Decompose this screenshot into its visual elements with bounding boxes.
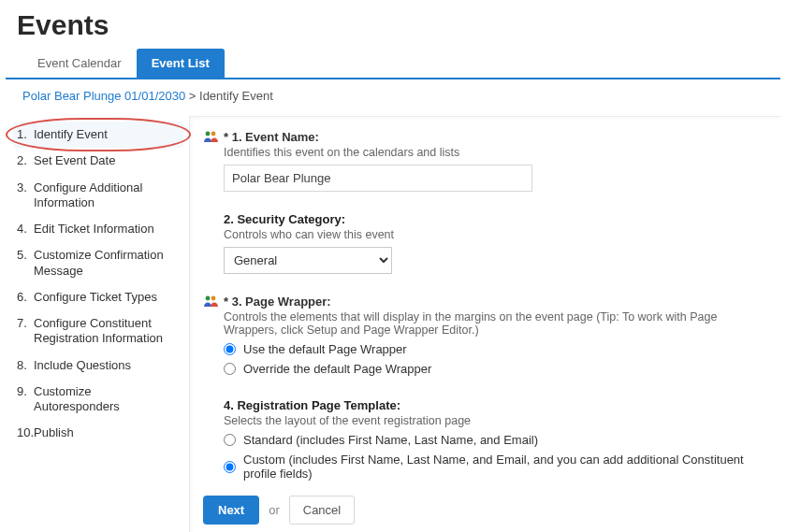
sidebar-item-label: Publish bbox=[34, 425, 180, 440]
security-category-select[interactable]: General bbox=[224, 247, 392, 274]
sidebar-item-label: Configure Ticket Types bbox=[34, 290, 180, 305]
security-category-label: 2. Security Category: bbox=[224, 212, 767, 226]
breadcrumb-current: Identify Event bbox=[199, 89, 273, 103]
event-name-input[interactable] bbox=[224, 165, 532, 192]
sidebar-item-publish[interactable]: 10. Publish bbox=[13, 420, 183, 446]
main-panel: * 1. Event Name: Identifies this event o… bbox=[189, 116, 780, 532]
sidebar-item-edit-ticket-info[interactable]: 4. Edit Ticket Information bbox=[13, 216, 183, 242]
svg-point-0 bbox=[206, 132, 211, 137]
sidebar-item-num: 2. bbox=[17, 153, 34, 168]
breadcrumb: Polar Bear Plunge 01/01/2030 > Identify … bbox=[6, 79, 780, 116]
sidebar-item-configure-additional-info[interactable]: 3. Configure Additional Information bbox=[13, 175, 183, 217]
sidebar-item-label: Set Event Date bbox=[34, 153, 180, 168]
sidebar: 1. Identify Event 2. Set Event Date 3. C… bbox=[6, 116, 189, 532]
wrapper-default-radio[interactable] bbox=[224, 343, 236, 355]
tab-event-list[interactable]: Event List bbox=[137, 49, 225, 78]
template-standard-radio[interactable] bbox=[224, 434, 236, 446]
or-text: or bbox=[269, 503, 280, 517]
sidebar-item-customize-confirmation[interactable]: 5. Customize Confirmation Message bbox=[13, 242, 183, 284]
sidebar-item-num: 6. bbox=[17, 290, 34, 305]
sidebar-item-customize-autoresponders[interactable]: 9. Customize Autoresponders bbox=[13, 379, 183, 421]
people-icon bbox=[203, 130, 220, 144]
sidebar-item-num: 5. bbox=[17, 248, 34, 279]
sidebar-item-configure-constituent-registration[interactable]: 7. Configure Constituent Registration In… bbox=[13, 310, 183, 352]
wrapper-override-radio[interactable] bbox=[224, 363, 236, 375]
event-name-help: Identifies this event on the calendars a… bbox=[224, 146, 767, 159]
sidebar-item-label: Include Questions bbox=[34, 358, 180, 373]
tabs: Event Calendar Event List bbox=[6, 49, 780, 79]
sidebar-item-identify-event[interactable]: 1. Identify Event bbox=[13, 122, 183, 148]
event-name-label: * 1. Event Name: bbox=[224, 130, 767, 144]
svg-point-3 bbox=[211, 296, 216, 301]
sidebar-item-label: Configure Constituent Registration Infor… bbox=[34, 316, 180, 347]
security-category-help: Controls who can view this event bbox=[224, 228, 767, 241]
breadcrumb-link[interactable]: Polar Bear Plunge 01/01/2030 bbox=[22, 89, 185, 103]
sidebar-item-label: Configure Additional Information bbox=[34, 180, 180, 211]
breadcrumb-sep: > bbox=[185, 89, 199, 103]
sidebar-item-label: Customize Autoresponders bbox=[34, 384, 180, 415]
sidebar-item-num: 7. bbox=[17, 316, 34, 347]
cancel-button[interactable]: Cancel bbox=[289, 496, 355, 525]
sidebar-item-label: Identify Event bbox=[34, 127, 180, 142]
registration-template-help: Selects the layout of the event registra… bbox=[224, 414, 767, 427]
people-icon bbox=[203, 295, 220, 309]
template-custom-label: Custom (includes First Name, Last Name, … bbox=[243, 453, 767, 481]
tab-event-calendar[interactable]: Event Calendar bbox=[22, 49, 137, 78]
template-standard-label: Standard (includes First Name, Last Name… bbox=[243, 433, 538, 447]
sidebar-item-num: 4. bbox=[17, 222, 34, 237]
page-title: Events bbox=[6, 0, 780, 49]
page-wrapper-label: * 3. Page Wrapper: bbox=[224, 295, 767, 309]
wrapper-override-label: Override the default Page Wrapper bbox=[243, 362, 431, 376]
sidebar-item-num: 10. bbox=[17, 425, 34, 440]
sidebar-item-configure-ticket-types[interactable]: 6. Configure Ticket Types bbox=[13, 284, 183, 310]
registration-template-label: 4. Registration Page Template: bbox=[224, 398, 767, 412]
sidebar-item-set-event-date[interactable]: 2. Set Event Date bbox=[13, 148, 183, 174]
next-button[interactable]: Next bbox=[203, 496, 259, 525]
sidebar-item-label: Edit Ticket Information bbox=[34, 222, 180, 237]
svg-point-2 bbox=[206, 296, 211, 301]
wrapper-default-label: Use the default Page Wrapper bbox=[243, 342, 407, 356]
sidebar-item-num: 8. bbox=[17, 358, 34, 373]
sidebar-item-num: 1. bbox=[17, 127, 34, 142]
sidebar-item-num: 9. bbox=[17, 384, 34, 415]
sidebar-item-num: 3. bbox=[17, 180, 34, 211]
svg-point-1 bbox=[211, 132, 216, 137]
sidebar-item-include-questions[interactable]: 8. Include Questions bbox=[13, 352, 183, 379]
sidebar-item-label: Customize Confirmation Message bbox=[34, 248, 180, 279]
template-custom-radio[interactable] bbox=[224, 461, 236, 473]
page-wrapper-help: Controls the elements that will display … bbox=[224, 310, 767, 337]
